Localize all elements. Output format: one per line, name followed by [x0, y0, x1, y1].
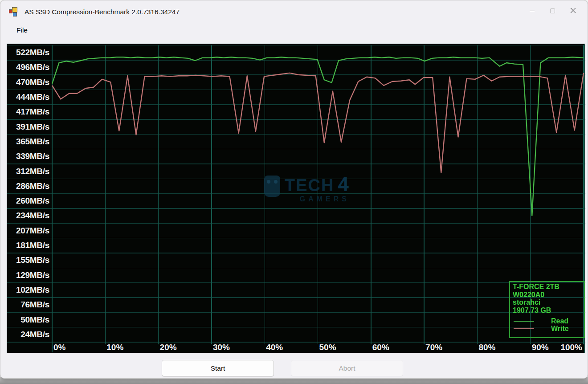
- write-line-sample: [514, 328, 534, 329]
- watermark-four: 4: [338, 173, 349, 195]
- y-axis-label: 391MB/s: [7, 119, 49, 134]
- y-axis-label: 155MB/s: [7, 253, 49, 267]
- x-axis-label: 10%: [106, 342, 123, 353]
- y-axis-label: 24MB/s: [7, 327, 49, 342]
- watermark-sub: GAMERS: [285, 195, 350, 203]
- close-button[interactable]: [563, 2, 583, 19]
- y-axis-label: 365MB/s: [7, 134, 49, 149]
- app-icon: [8, 7, 19, 17]
- y-axis-label: 129MB/s: [7, 268, 49, 282]
- title-bar[interactable]: AS SSD Compression-Benchmark 2.0.7316.34…: [0, 0, 588, 24]
- x-axis-label: 40%: [266, 342, 283, 353]
- window-title: AS SSD Compression-Benchmark 2.0.7316.34…: [24, 8, 180, 16]
- y-axis-label: 339MB/s: [7, 149, 49, 163]
- watermark-brand: TECH: [285, 176, 334, 195]
- x-axis-label: 20%: [160, 342, 177, 353]
- x-axis-label: 0%: [53, 342, 65, 353]
- app-window: AS SSD Compression-Benchmark 2.0.7316.34…: [0, 0, 588, 379]
- minimize-button[interactable]: [522, 2, 542, 19]
- y-axis-label: 207MB/s: [7, 223, 49, 238]
- close-icon: [570, 8, 576, 14]
- menu-bar: File: [0, 25, 588, 40]
- y-axis-label: 234MB/s: [7, 208, 49, 223]
- x-axis-label: 90%: [532, 342, 549, 353]
- menu-item-file[interactable]: File: [13, 25, 31, 36]
- y-axis-label: 181MB/s: [7, 238, 49, 253]
- y-axis-label: 417MB/s: [7, 104, 49, 119]
- y-axis-label: 50MB/s: [7, 312, 49, 327]
- x-axis-label: 80%: [478, 342, 495, 353]
- read-line-sample: [514, 321, 534, 322]
- maximize-button[interactable]: [542, 2, 563, 19]
- abort-button[interactable]: Abort: [291, 360, 403, 376]
- x-axis-label: 60%: [372, 342, 389, 353]
- y-axis-label: 286MB/s: [7, 179, 49, 193]
- y-axis-label: 496MB/s: [7, 60, 49, 74]
- y-axis-label: 470MB/s: [7, 75, 49, 90]
- tech4gamers-mascot-icon: [264, 176, 280, 197]
- maximize-icon: [550, 8, 555, 13]
- screen: AS SSD Compression-Benchmark 2.0.7316.34…: [0, 0, 588, 384]
- minimize-icon: [530, 11, 535, 11]
- legend-driver: storahci: [513, 298, 581, 306]
- y-axis-label: 102MB/s: [7, 282, 49, 297]
- x-axis-label: 100%: [560, 342, 582, 353]
- y-axis-label: 312MB/s: [7, 164, 49, 179]
- legend-capacity: 1907.73 GB: [513, 306, 581, 315]
- legend-device-name: T-FORCE 2TB: [513, 283, 581, 291]
- x-axis-label: 70%: [425, 342, 442, 353]
- y-axis-label: 260MB/s: [7, 193, 49, 208]
- y-axis-label: 444MB/s: [7, 90, 49, 104]
- start-button[interactable]: Start: [162, 360, 274, 376]
- x-axis-label: 50%: [319, 342, 336, 353]
- legend-write-label: Write: [551, 325, 569, 333]
- y-axis-label: 522MB/s: [7, 45, 49, 60]
- y-axis-labels: 522MB/s496MB/s470MB/s444MB/s417MB/s391MB…: [7, 45, 49, 342]
- tech4gamers-watermark: TECH4 GAMERS: [264, 176, 350, 203]
- benchmark-chart-panel: 522MB/s496MB/s470MB/s444MB/s417MB/s391MB…: [7, 44, 585, 353]
- legend-firmware: W0220A0: [513, 291, 581, 299]
- chart-legend: T-FORCE 2TB W0220A0 storahci 1907.73 GB …: [509, 281, 585, 338]
- legend-read-label: Read: [551, 317, 568, 325]
- y-axis-label: 76MB/s: [7, 297, 49, 312]
- x-axis-label: 30%: [213, 342, 230, 353]
